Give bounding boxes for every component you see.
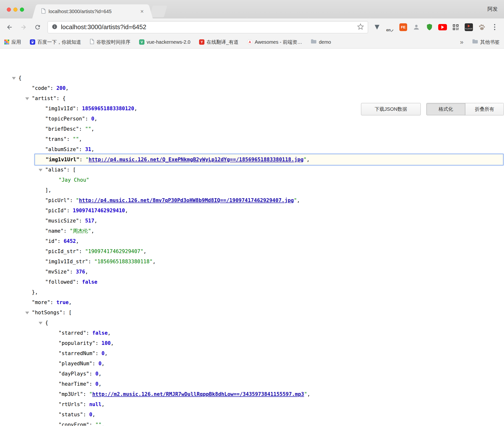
- bookmark-vue-hackernews[interactable]: V vue-hackernews-2.0: [139, 39, 190, 45]
- address-bar[interactable]: localhost:3000/artists?id=6452: [48, 21, 368, 33]
- json-string: "19097417462929407": [85, 248, 143, 254]
- json-key: "hotSongs": [32, 310, 62, 315]
- json-punct: :: [79, 218, 85, 224]
- json-line: "Jay Chou": [0, 175, 504, 185]
- json-punct: ,: [307, 391, 310, 397]
- bookmarks-overflow-icon[interactable]: »: [460, 38, 463, 46]
- json-punct: {: [45, 320, 48, 326]
- url-text[interactable]: localhost:3000/artists?id=6452: [61, 23, 357, 31]
- collapse-toggle-icon[interactable]: [39, 322, 42, 324]
- youdao-icon: Y: [199, 39, 204, 45]
- new-tab-button[interactable]: [149, 6, 167, 17]
- bookmark-label: vue-hackernews-2.0: [147, 39, 190, 45]
- json-string: "周杰伦": [70, 228, 91, 234]
- json-punct: ,: [307, 157, 310, 162]
- json-punct: ,: [105, 350, 108, 356]
- json-url-link[interactable]: http://p4.music.126.net/8mv7qP30Pd3oHW8b…: [79, 197, 294, 203]
- json-url-link[interactable]: http://m2.music.126.net/RMJR7wDullRqppBk…: [92, 391, 304, 397]
- collapse-toggle-icon[interactable]: [25, 312, 29, 314]
- extension-icons: en FE PLAYER: [372, 22, 487, 32]
- json-key: "musicSize": [45, 218, 79, 224]
- forward-button[interactable]: [19, 23, 28, 31]
- browser-tab[interactable]: localhost:3000/artists?id=645 ×: [37, 4, 148, 18]
- json-line: },: [0, 287, 504, 297]
- json-key: "more": [32, 299, 50, 305]
- page-icon: [90, 39, 94, 45]
- other-bookmarks[interactable]: 其他书签: [472, 39, 500, 45]
- json-punct: ,: [91, 126, 94, 132]
- collapse-toggle-icon[interactable]: [25, 97, 29, 100]
- translate-glyph: en: [386, 28, 391, 32]
- bookmark-label: Awesomes - 前端资…: [255, 39, 302, 45]
- vimium-icon[interactable]: [372, 22, 382, 32]
- json-line: "artist": {: [0, 93, 504, 103]
- json-punct: ,: [297, 197, 300, 203]
- titlebar: localhost:3000/artists?id=645 × 阿发: [0, 0, 504, 18]
- info-icon[interactable]: [52, 24, 58, 31]
- json-line: "hotSongs": [: [0, 307, 504, 318]
- json-key: "picId_str": [45, 248, 79, 254]
- qrcode-icon[interactable]: [451, 22, 461, 32]
- json-literal: false: [92, 330, 108, 336]
- vue-icon: V: [139, 39, 144, 45]
- page-icon: [41, 8, 46, 15]
- reload-button[interactable]: [34, 23, 42, 31]
- bookmark-awesomes[interactable]: A Awesomes - 前端资…: [247, 39, 302, 45]
- awesomes-icon: A: [247, 39, 252, 45]
- json-url-link[interactable]: http://p4.music.126.net/Q_ExePNkmgB2yWyL…: [89, 157, 303, 162]
- profile-name[interactable]: 阿发: [487, 6, 498, 12]
- tab-close-icon[interactable]: ×: [140, 9, 144, 14]
- browser-menu-icon[interactable]: [490, 23, 499, 32]
- player-icon[interactable]: PLAYER: [464, 22, 474, 32]
- tab-title: localhost:3000/artists?id=645: [49, 9, 138, 14]
- json-string: "": [95, 422, 101, 426]
- json-punct: ,: [85, 269, 88, 275]
- json-key: "hearTime": [59, 381, 89, 387]
- close-window-button[interactable]: [7, 8, 11, 12]
- back-button[interactable]: [5, 23, 14, 31]
- json-punct: {: [18, 75, 22, 81]
- youtube-icon[interactable]: [437, 22, 448, 32]
- json-number: 200: [56, 85, 66, 91]
- json-key: "mvSize": [45, 269, 70, 275]
- json-punct: : [: [62, 310, 72, 315]
- bookmark-google-sort[interactable]: 谷歌按时间排序: [90, 39, 130, 45]
- json-key: "followed": [45, 279, 76, 285]
- json-key: "dayPlays": [59, 371, 89, 377]
- collapse-toggle-icon[interactable]: [12, 77, 16, 80]
- json-literal: true: [56, 299, 69, 305]
- fe-icon[interactable]: FE: [398, 22, 408, 32]
- shield-icon[interactable]: [424, 22, 435, 32]
- json-punct: :: [95, 340, 101, 346]
- json-line: "picId": 19097417462929410,: [0, 205, 504, 216]
- bookmark-youdao[interactable]: Y 在线翻译_有道: [199, 39, 238, 45]
- json-literal: false: [82, 279, 97, 285]
- json-number: 18569651883380120: [82, 106, 134, 111]
- page-content: 下载JSON数据 格式化 折叠所有 {"code": 200,"artist":…: [0, 49, 504, 426]
- bookmark-demo[interactable]: demo: [311, 39, 331, 45]
- baidu-icon: [30, 39, 35, 45]
- profile-silhouette-icon[interactable]: [411, 22, 421, 32]
- bookmark-star-icon[interactable]: [357, 23, 364, 31]
- fullscreen-window-button[interactable]: [20, 8, 24, 12]
- apps-grid-icon: [4, 40, 9, 44]
- json-line: "followed": false: [0, 277, 504, 287]
- collapse-toggle-icon[interactable]: [39, 169, 42, 171]
- json-line: "code": 200,: [0, 83, 504, 93]
- paw-icon[interactable]: [477, 22, 487, 32]
- minimize-window-button[interactable]: [13, 8, 17, 12]
- bookmark-label: 应用: [11, 39, 21, 45]
- json-number: 0: [95, 381, 99, 387]
- json-number: 6452: [64, 238, 76, 244]
- json-line: "status": 0,: [0, 409, 504, 420]
- bookmark-baidu[interactable]: 百度一下，你就知道: [30, 39, 81, 45]
- json-number: 0: [95, 371, 99, 377]
- json-punct: ,: [91, 146, 94, 152]
- translate-icon[interactable]: en: [385, 22, 395, 32]
- json-line: "playedNum": 0,: [0, 358, 504, 369]
- json-punct: :: [85, 116, 91, 122]
- json-line: "img1v1Id": 18569651883380120,: [0, 103, 504, 114]
- json-line: "more": true,: [0, 297, 504, 307]
- bookmark-apps[interactable]: 应用: [4, 39, 21, 45]
- json-punct: :: [76, 279, 82, 285]
